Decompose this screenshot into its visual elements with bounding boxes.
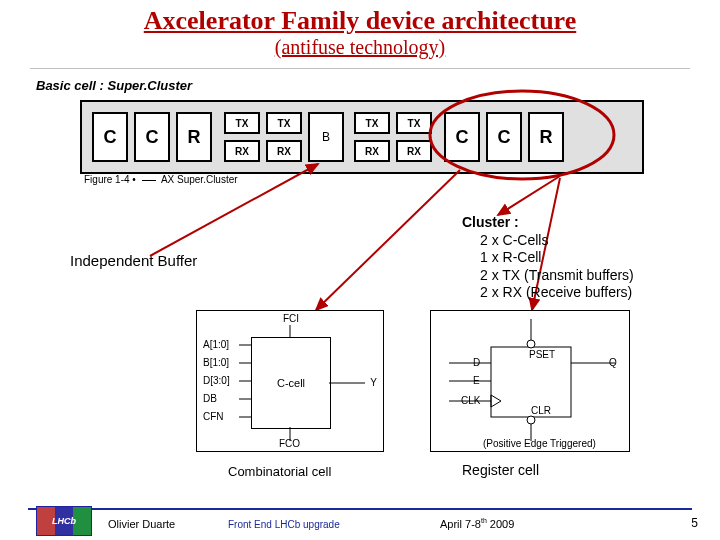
figcap-prefix: Figure 1-4 • (84, 174, 136, 185)
rcell-clr: CLR (531, 405, 551, 416)
rcell-port-d: D (473, 357, 480, 368)
sc-tx: TX (266, 112, 302, 134)
supercluster-block: C C R TX TX RX RX B TX TX RX RX C C R (80, 100, 644, 174)
rcell-note: (Positive Edge Triggered) (483, 438, 596, 449)
sc-rx: RX (224, 140, 260, 162)
cluster-line: 1 x R-Cell (480, 249, 634, 267)
supercluster-caption: Figure 1-4 • AX Super.Cluster (84, 174, 238, 185)
figcap-text: AX Super.Cluster (161, 174, 238, 185)
sc-cell-r: R (528, 112, 564, 162)
rcell-diagram: D E CLK PSET CLR Q (Positive Edge Trigge… (430, 310, 630, 452)
rcell-port-clk: CLK (461, 395, 480, 406)
ccell-diagram: FCI A[1:0] B[1:0] D[3:0] DB CFN C-cell Y… (196, 310, 384, 452)
footer-page: 5 (691, 516, 698, 530)
sc-rx: RX (396, 140, 432, 162)
sc-tx: TX (354, 112, 390, 134)
cluster-line: 2 x TX (Transmit buffers) (480, 267, 634, 285)
register-cell-label: Register cell (462, 462, 539, 478)
combinatorial-cell-label: Combinatorial cell (228, 464, 331, 479)
cluster-description: Cluster : 2 x C-Cells 1 x R-Cell 2 x TX … (462, 214, 634, 302)
ccell-wires (197, 311, 383, 451)
footer-date-prefix: April 7-8 (440, 518, 481, 530)
lhcb-logo: LHCb (36, 506, 92, 536)
rcell-wires (431, 311, 629, 451)
footer-date-year: 2009 (487, 518, 515, 530)
title-rule (30, 68, 690, 69)
sc-cell-c: C (134, 112, 170, 162)
footer-author: Olivier Duarte (108, 518, 175, 530)
basic-cell-label: Basic cell : Super.Cluster (36, 78, 192, 93)
svg-point-9 (527, 340, 535, 348)
arrow-ellipse-to-text (498, 176, 560, 215)
sc-rx: RX (354, 140, 390, 162)
sc-rx: RX (266, 140, 302, 162)
footer-date: April 7-8th 2009 (440, 517, 514, 530)
figcap-rule (142, 180, 156, 181)
svg-point-11 (527, 416, 535, 424)
slide-title: Axcelerator Family device architecture (0, 6, 720, 36)
cluster-line: 2 x RX (Receive buffers) (480, 284, 634, 302)
sc-cell-c: C (486, 112, 522, 162)
sc-cell-r: R (176, 112, 212, 162)
sc-cell-c: C (92, 112, 128, 162)
slide-subtitle: (antifuse technology) (0, 36, 720, 59)
independent-buffer-label: Independent Buffer (70, 252, 197, 269)
footer-rule (28, 508, 692, 510)
arrow-c-to-comb (316, 170, 460, 310)
sc-tx: TX (224, 112, 260, 134)
rcell-q: Q (609, 357, 617, 368)
sc-tx: TX (396, 112, 432, 134)
cluster-line: 2 x C-Cells (480, 232, 634, 250)
cluster-header: Cluster : (462, 214, 634, 232)
rcell-port-e: E (473, 375, 480, 386)
footer-center: Front End LHCb upgrade (228, 519, 340, 530)
sc-cell-c: C (444, 112, 480, 162)
sc-b-cell: B (308, 112, 344, 162)
rcell-pset: PSET (529, 349, 555, 360)
